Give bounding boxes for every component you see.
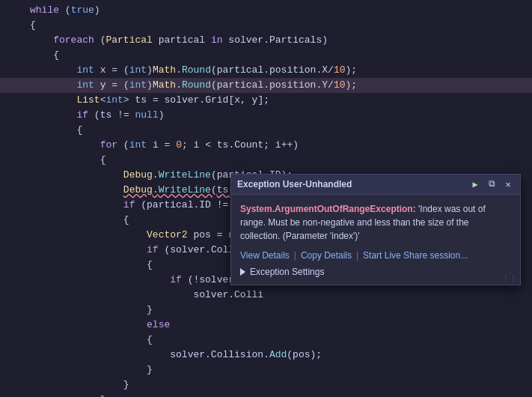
- link-separator: |: [294, 250, 296, 261]
- code-line: List<int> ts = solver.Grid[x, y];: [0, 93, 532, 108]
- exception-type: System.ArgumentOutOfRangeException:: [240, 204, 416, 214]
- exception-settings-label: Exception Settings: [250, 267, 324, 277]
- code-line: }: [0, 303, 532, 318]
- code-line: int x = (int)Math.Round(partical.positio…: [0, 63, 532, 78]
- code-line: {: [0, 48, 532, 63]
- code-line: {: [0, 153, 532, 168]
- exception-message: System.ArgumentOutOfRangeException: 'Ind…: [240, 202, 511, 243]
- code-line: }: [0, 393, 532, 397]
- code-line: if (ts != null): [0, 108, 532, 123]
- resize-handle[interactable]: ⋮⋮: [502, 274, 517, 283]
- code-line: {: [0, 333, 532, 348]
- code-line: }: [0, 378, 532, 393]
- exception-popup: Exception User-Unhandled ▶ ⧉ ✕ System.Ar…: [230, 174, 521, 285]
- code-line: {: [0, 18, 532, 33]
- code-line: {: [0, 123, 532, 138]
- close-icon[interactable]: ✕: [502, 178, 514, 190]
- expand-icon: [240, 268, 245, 276]
- popup-header-icons: ▶ ⧉ ✕: [469, 178, 514, 190]
- popup-body: System.ArgumentOutOfRangeException: 'Ind…: [231, 195, 520, 285]
- continue-button[interactable]: ▶: [469, 178, 481, 190]
- popup-header: Exception User-Unhandled ▶ ⧉ ✕: [231, 175, 520, 195]
- code-line: for (int i = 0; i < ts.Count; i++): [0, 138, 532, 153]
- link-separator: |: [356, 250, 358, 261]
- view-details-link[interactable]: View Details: [240, 250, 290, 261]
- code-line: }: [0, 363, 532, 378]
- code-line: solver.Collision.Add(pos);: [0, 348, 532, 363]
- code-line: while (true): [0, 3, 532, 18]
- code-line: int y = (int)Math.Round(partical.positio…: [0, 78, 532, 93]
- code-line: foreach (Partical partical in solver.Par…: [0, 33, 532, 48]
- popup-links: View Details | Copy Details | Start Live…: [240, 250, 511, 261]
- code-line: else: [0, 318, 532, 333]
- start-share-link[interactable]: Start Live Share session...: [363, 250, 468, 261]
- popup-title: Exception User-Unhandled: [237, 179, 352, 190]
- exception-settings[interactable]: Exception Settings: [240, 267, 511, 277]
- copy-details-link[interactable]: Copy Details: [301, 250, 352, 261]
- copy-icon[interactable]: ⧉: [486, 178, 498, 190]
- code-line: solver.Colli: [0, 288, 532, 303]
